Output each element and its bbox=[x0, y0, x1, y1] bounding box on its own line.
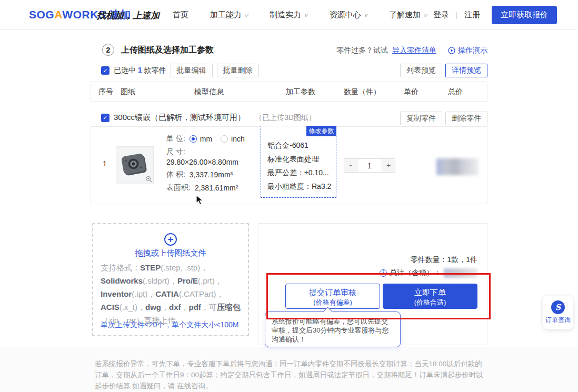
nav-right: 登录 注册 立即获取报价 bbox=[433, 0, 557, 30]
plus-circle-icon[interactable]: + bbox=[164, 233, 177, 246]
chevron-down-icon: ∨ bbox=[363, 12, 368, 18]
param-roughness: 最小粗糙度：Ra3.2 bbox=[267, 182, 331, 192]
col-header-index: 序号 bbox=[98, 87, 113, 97]
selection-toolbar: ✓ 已选中 1 款零件 批量编辑 批量删除 列表预览 详情预览 bbox=[91, 64, 487, 78]
radio-inch-label[interactable]: inch bbox=[231, 135, 245, 143]
selected-count-text: 已选中 1 款零件 bbox=[114, 66, 166, 75]
import-part-list-link[interactable]: 导入零件清单 bbox=[392, 46, 436, 55]
area-label: 表面积: bbox=[166, 183, 191, 193]
top-navbar: SOGAWORKS速加 找机加，上速加 首页 加工能力∨ 制造实力∨ 资源中心∨… bbox=[0, 0, 578, 30]
radio-mm-label[interactable]: mm bbox=[200, 135, 212, 143]
get-quote-button[interactable]: 立即获取报价 bbox=[492, 6, 557, 24]
magnifier-icon[interactable] bbox=[145, 176, 152, 183]
size-value-line: 29.80×26.00×8.80mm bbox=[166, 158, 253, 166]
area-line: 表面积: 2,381.61mm² bbox=[166, 183, 253, 193]
step-header-right: 零件过多？试试 导入零件清单 操作演示 bbox=[336, 46, 487, 55]
model-info: 单 位: mm inch 尺 寸: 29.80×26.00×8.80mm 体 积… bbox=[166, 134, 253, 196]
col-header-total-price: 总价 bbox=[448, 87, 463, 97]
nav-item-strength[interactable]: 制造实力∨ bbox=[270, 10, 307, 20]
col-header-params: 加工参数 bbox=[286, 87, 315, 97]
upload-title[interactable]: 拖拽或上传图纸文件 bbox=[93, 248, 248, 258]
nav-item-home[interactable]: 首页 bbox=[173, 10, 188, 20]
col-header-model-info: 模型信息 bbox=[194, 87, 224, 97]
info-circle-icon[interactable]: i bbox=[380, 269, 387, 277]
part-row-actions: 复制零件 删除零件 bbox=[400, 112, 487, 125]
logo-divider bbox=[91, 8, 91, 21]
detail-preview-button[interactable]: 详情预览 bbox=[445, 64, 487, 77]
chevron-down-icon: ∨ bbox=[244, 12, 249, 18]
volume-line: 体 积: 3,337.19mm³ bbox=[166, 170, 253, 179]
play-circle-icon bbox=[448, 47, 455, 54]
selected-count: 1 bbox=[138, 66, 142, 74]
register-link[interactable]: 注册 bbox=[464, 10, 480, 20]
param-surface: 标准化表面处理 bbox=[267, 155, 319, 164]
area-value: 2,381.61mm² bbox=[195, 184, 238, 192]
upload-dropzone[interactable]: + 拖拽或上传图纸文件 支持格式：STEP(.step, .stp)，Solid… bbox=[92, 223, 249, 336]
part-thumbnail[interactable] bbox=[116, 146, 154, 184]
nav-separator bbox=[456, 12, 457, 19]
delete-part-button[interactable]: 删除零件 bbox=[445, 112, 487, 125]
part-upload-note: （已上传3D图纸） bbox=[255, 113, 316, 123]
quantity-stepper: - + bbox=[344, 158, 395, 173]
nav-item-about[interactable]: 了解速加∨ bbox=[389, 10, 427, 20]
login-link[interactable]: 登录 bbox=[433, 10, 449, 20]
chevron-down-icon: ∨ bbox=[423, 12, 428, 18]
batch-edit-button[interactable]: 批量编辑 bbox=[171, 64, 213, 77]
edit-params-tag[interactable]: 修改参数 bbox=[306, 126, 336, 136]
upload-limit-text: 单次上传文件≤20个，单个文件大小<100M bbox=[101, 320, 243, 330]
qty-minus-button[interactable]: - bbox=[344, 158, 357, 173]
part-count-line: 零件数量：1款，1件 bbox=[410, 255, 477, 265]
machining-params-box[interactable]: 修改参数 铝合金-6061 标准化表面处理 最严公差：±0.10... 最小粗糙… bbox=[261, 126, 336, 198]
page: SOGAWORKS速加 找机加，上速加 首页 加工能力∨ 制造实力∨ 资源中心∨… bbox=[0, 0, 578, 392]
footer-disclaimer: 若系统报价异常，可先下单，专业客服下单后将与您沟通；同一订单内零件交期不同按最长… bbox=[95, 358, 485, 391]
order-query-float-button[interactable]: S 订单查询 bbox=[543, 296, 573, 329]
part-name: 300cc镶嵌（已解析，测试环境可用） bbox=[114, 113, 245, 123]
unit-line: 单 位: mm inch bbox=[166, 134, 253, 144]
demo-link[interactable]: 操作演示 bbox=[448, 46, 487, 55]
parts-table-header: 序号 图纸 模型信息 加工参数 数量（件） 单价 总价 bbox=[91, 82, 487, 102]
total-label: 总计（含税）： bbox=[390, 268, 441, 278]
size-label: 尺 寸: bbox=[166, 147, 185, 157]
volume-value: 3,337.19mm³ bbox=[190, 170, 233, 179]
main-menu: 首页 加工能力∨ 制造实力∨ 资源中心∨ 了解速加∨ bbox=[173, 0, 427, 30]
list-preview-button[interactable]: 列表预览 bbox=[400, 64, 442, 77]
size-value: 29.80×26.00×8.80mm bbox=[166, 158, 238, 166]
sujia-logo-icon: S bbox=[551, 300, 565, 314]
preview-toggle: 列表预览 详情预览 bbox=[400, 64, 487, 77]
radio-inch[interactable] bbox=[221, 135, 228, 143]
select-all-checkbox[interactable]: ✓ bbox=[101, 66, 109, 75]
col-header-qty: 数量（件） bbox=[344, 87, 381, 97]
param-tolerance: 最严公差：±0.10... bbox=[267, 168, 329, 178]
batch-delete-button[interactable]: 批量删除 bbox=[217, 64, 259, 77]
part-detail-row: 1 单 位: mm inch bbox=[91, 126, 487, 204]
nav-item-capability[interactable]: 加工能力∨ bbox=[210, 10, 248, 20]
nav-item-resources[interactable]: 资源中心∨ bbox=[330, 10, 367, 20]
radio-mm[interactable] bbox=[190, 135, 197, 143]
logo-bolt-a: A bbox=[54, 8, 62, 21]
unit-label: 单 位: bbox=[166, 134, 185, 144]
col-header-unit-price: 单价 bbox=[404, 87, 418, 97]
tooltip-text: 系统报价可能略有偏差，您可以先提交审核，提交后30分钟内专业客服将与您沟通确认！ bbox=[272, 317, 388, 343]
toolbar-left: ✓ 已选中 1 款零件 批量编辑 批量删除 bbox=[101, 64, 259, 77]
copy-part-button[interactable]: 复制零件 bbox=[400, 112, 442, 125]
chevron-down-icon: ∨ bbox=[303, 12, 308, 18]
submit-review-button[interactable]: 提交订单审核 (价格有偏差) bbox=[285, 284, 380, 309]
qty-input[interactable] bbox=[357, 158, 382, 173]
part-name-row: ✓ 300cc镶嵌（已解析，测试环境可用） （已上传3D图纸） 复制零件 删除零… bbox=[91, 112, 487, 126]
size-label-line: 尺 寸: bbox=[166, 147, 253, 157]
col-header-drawing: 图纸 bbox=[121, 87, 135, 97]
part-count-value: 1款，1件 bbox=[447, 255, 477, 264]
order-now-button[interactable]: 立即下单 (价格合适) bbox=[383, 284, 477, 309]
step-number-badge: 2 bbox=[102, 44, 114, 56]
step-title: 上传图纸及选择加工参数 bbox=[121, 45, 214, 56]
total-amount-blurred bbox=[444, 268, 477, 278]
param-material: 铝合金-6061 bbox=[267, 141, 308, 150]
part-row-index: 1 bbox=[103, 159, 107, 168]
logo-text-sog: SOG bbox=[29, 8, 54, 21]
brand-slogan: 找机加，上速加 bbox=[97, 9, 160, 22]
part-checkbox[interactable]: ✓ bbox=[101, 114, 109, 122]
qty-plus-button[interactable]: + bbox=[382, 158, 395, 173]
supported-formats-text: 支持格式：STEP(.step, .stp)，Solidworks(.sldpr… bbox=[101, 261, 243, 327]
part-count-label: 零件数量： bbox=[410, 255, 447, 264]
total-price-blurred bbox=[436, 158, 479, 175]
